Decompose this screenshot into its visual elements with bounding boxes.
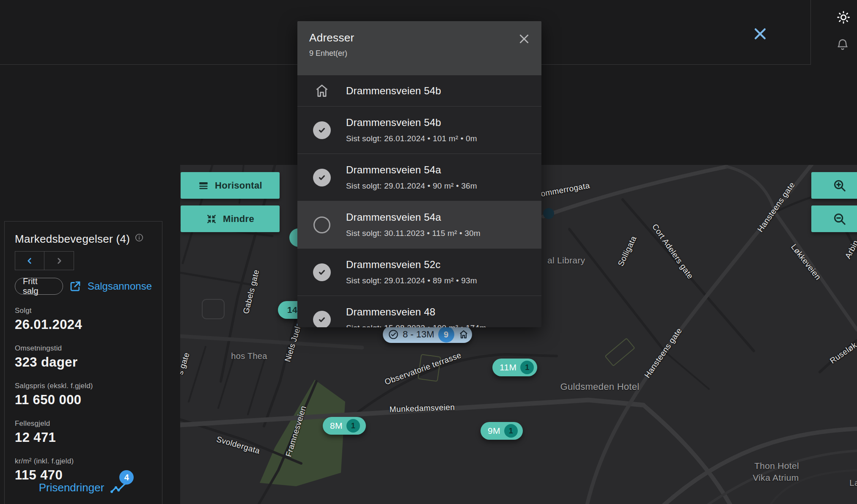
cluster-price-label: 9M: [488, 426, 500, 436]
field-shared-debt: Fellesgjeld 12 471: [15, 419, 152, 445]
chevron-right-icon: [55, 256, 64, 266]
sales-ad-link[interactable]: Salgsannonse: [88, 280, 152, 292]
unchecked-circle-icon[interactable]: [313, 216, 330, 233]
field-value: 11 650 000: [15, 392, 152, 408]
field-label: Salgspris (ekskl. f.gjeld): [15, 382, 152, 390]
building-outline: [605, 338, 635, 366]
info-icon[interactable]: [135, 233, 143, 242]
rows-icon: [198, 180, 209, 191]
selected-price-range: 8 - 13M: [403, 329, 434, 340]
zoom-out-icon: [832, 212, 847, 226]
checked-circle-icon[interactable]: [313, 121, 331, 139]
bell-icon: [836, 38, 849, 52]
address-subtitle: Sist solgt: 15.08.2023 • 100 m² • 174m: [346, 323, 486, 327]
field-turnover-time: Omsetningstid 323 dager: [15, 344, 152, 370]
cluster-marker-9m[interactable]: 9M 1: [481, 422, 523, 440]
layout-horizontal-label: Horisontal: [215, 180, 262, 191]
address-title: Drammensveien 52c: [346, 259, 477, 271]
address-subtitle: Sist solgt: 29.01.2024 • 89 m² • 93m: [346, 276, 477, 285]
address-row[interactable]: Drammensveien 52c Sist solgt: 29.01.2024…: [297, 248, 541, 296]
address-title: Drammensveien 54a: [346, 211, 481, 223]
cluster-price-label: 11M: [500, 362, 516, 373]
address-row[interactable]: Drammensveien 54b Sist solgt: 26.01.2024…: [297, 106, 541, 153]
collapse-smaller-label: Mindre: [223, 214, 254, 225]
home-icon: [458, 329, 469, 340]
field-sold: Solgt 26.01.2024: [15, 307, 152, 332]
poi-label: Guldsmeden Hotel: [560, 381, 639, 392]
address-title: Drammensveien 54a: [346, 164, 477, 176]
address-subtitle: Sist solgt: 29.01.2024 • 90 m² • 36m: [346, 181, 477, 191]
field-label: Omsetningstid: [15, 344, 152, 353]
address-row[interactable]: Drammensveien 48 Sist solgt: 15.08.2023 …: [297, 296, 541, 327]
next-button[interactable]: [44, 251, 74, 270]
price-changes-badge: 4: [119, 470, 134, 485]
price-changes-label: Prisendringer: [39, 481, 104, 494]
layout-horizontal-button[interactable]: Horisontal: [181, 172, 280, 199]
field-sale-price: Salgspris (ekskl. f.gjeld) 11 650 000: [15, 382, 152, 408]
zoom-out-button[interactable]: [811, 205, 857, 232]
selected-unit-count: 9: [438, 326, 454, 342]
poi-label: Thon Hotel: [754, 461, 799, 471]
cluster-price-label: 14: [287, 305, 297, 315]
close-panel-button[interactable]: [750, 25, 770, 44]
cluster-count: 1: [504, 424, 518, 438]
address-title: Drammensveien 54b: [346, 85, 441, 97]
checked-circle-icon[interactable]: [313, 311, 331, 328]
checked-circle-icon[interactable]: [313, 263, 331, 281]
field-label: Fellesgjeld: [15, 419, 152, 428]
collapse-smaller-button[interactable]: Mindre: [181, 205, 280, 232]
modal-header: Adresser 9 Enhet(er): [297, 21, 541, 75]
address-row-hovered[interactable]: Drammensveien 54a Sist solgt: 30.11.2023…: [297, 201, 541, 248]
poi-label: al Library: [547, 255, 585, 266]
modal-unit-count: 9 Enhet(er): [309, 49, 530, 58]
poi-label: La: [849, 478, 857, 488]
field-value: 12 471: [15, 430, 152, 445]
home-icon: [313, 82, 330, 99]
address-title: Drammensveien 54b: [346, 117, 477, 129]
addresses-modal: Adresser 9 Enhet(er) Drammensveien 54b: [297, 21, 541, 327]
zoom-in-button[interactable]: [811, 172, 857, 199]
building-outline: [202, 299, 224, 319]
sale-type-badge: Fritt salg: [15, 278, 63, 295]
field-value: 323 dager: [15, 355, 152, 370]
address-subtitle: Sist solgt: 26.01.2024 • 101 m² • 0m: [346, 134, 477, 143]
sun-icon: [836, 10, 851, 25]
cluster-marker-11m[interactable]: 11M 1: [492, 359, 537, 376]
chevron-left-icon: [25, 256, 34, 266]
address-row[interactable]: Drammensveien 54a Sist solgt: 29.01.2024…: [297, 153, 541, 201]
cluster-price-label: 8M: [330, 421, 343, 431]
address-subtitle: Sist solgt: 30.11.2023 • 115 m² • 30m: [346, 229, 481, 238]
field-value: 26.01.2024: [15, 317, 152, 332]
address-row-header[interactable]: Drammensveien 54b: [297, 75, 541, 106]
theme-toggle-button[interactable]: [836, 10, 851, 25]
app-root: Sommerrogata Cort Adelers gate Solligata…: [0, 0, 857, 504]
poi-label: hos Thea: [231, 351, 267, 361]
collapse-icon: [206, 214, 217, 225]
external-link-icon[interactable]: [69, 280, 82, 293]
market-movements-panel: Markedsbevegelser (4) Fritt salg: [4, 221, 162, 504]
poi-label: Vika Atrium: [753, 473, 799, 483]
checked-circle-icon[interactable]: [313, 169, 331, 186]
right-rail: [811, 0, 857, 65]
field-label: Solgt: [15, 307, 152, 315]
close-icon: [518, 33, 530, 45]
field-label: kr/m² (inkl. f.gjeld): [15, 457, 152, 466]
selected-cluster-marker[interactable]: 8 - 13M 9: [383, 326, 472, 343]
cluster-count: 1: [520, 361, 534, 374]
circle-check-icon: [388, 329, 399, 340]
prev-button[interactable]: [15, 251, 44, 270]
price-changes-link[interactable]: Prisendringer 4: [5, 480, 162, 495]
address-title: Drammensveien 48: [346, 306, 486, 318]
panel-title: Markedsbevegelser (4): [15, 233, 130, 246]
cluster-count: 1: [346, 419, 360, 433]
modal-title: Adresser: [309, 31, 530, 44]
modal-close-button[interactable]: [517, 32, 531, 47]
pager: [15, 251, 152, 270]
notifications-button[interactable]: [835, 38, 850, 53]
zoom-in-icon: [832, 178, 847, 193]
roundabout-feature: [543, 208, 554, 219]
cluster-marker-8m[interactable]: 8M 1: [323, 417, 366, 435]
